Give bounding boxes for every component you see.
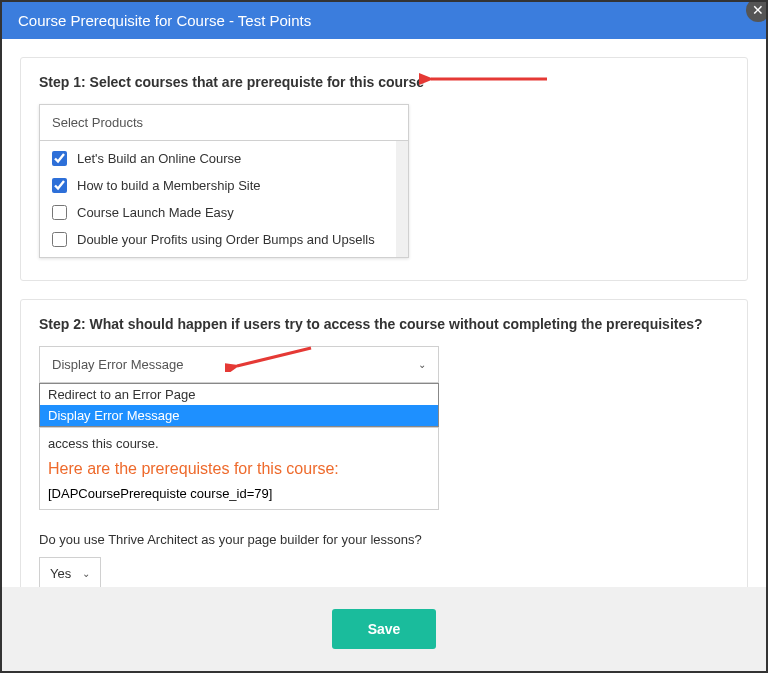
thrive-question: Do you use Thrive Architect as your page… xyxy=(39,532,729,547)
shortcode-text: [DAPCoursePrerequiste course_id=79] xyxy=(48,486,430,501)
step2-title: Step 2: What should happen if users try … xyxy=(39,316,729,332)
product-label: How to build a Membership Site xyxy=(77,178,261,193)
step1-title: Step 1: Select courses that are prerequi… xyxy=(39,74,729,90)
scrollbar[interactable] xyxy=(396,141,408,257)
chevron-down-icon: ⌄ xyxy=(418,359,426,370)
close-button[interactable]: ✕ xyxy=(746,0,768,22)
product-row[interactable]: Course Launch Made Easy xyxy=(40,199,396,226)
products-list[interactable]: Let's Build an Online Course How to buil… xyxy=(40,141,396,257)
error-message-partial: access this course. xyxy=(48,434,430,454)
product-checkbox[interactable] xyxy=(52,151,67,166)
step1-box: Step 1: Select courses that are prerequi… xyxy=(20,57,748,281)
error-message-box: access this course. Here are the prerequ… xyxy=(39,427,439,510)
modal-footer: Save xyxy=(2,587,766,671)
step2-box: Step 2: What should happen if users try … xyxy=(20,299,748,613)
dropdown-option[interactable]: Display Error Message xyxy=(40,405,438,426)
action-select-value: Display Error Message xyxy=(52,357,184,372)
modal-body: Step 1: Select courses that are prerequi… xyxy=(2,39,766,649)
modal-title: Course Prerequisite for Course - Test Po… xyxy=(18,12,311,29)
products-header: Select Products xyxy=(40,105,408,141)
thrive-select[interactable]: Yes ⌄ xyxy=(39,557,101,590)
product-row[interactable]: Double your Profits using Order Bumps an… xyxy=(40,226,396,253)
action-select-wrapper: Display Error Message ⌄ Redirect to an E… xyxy=(39,346,439,383)
products-selector: Select Products Let's Build an Online Co… xyxy=(39,104,409,258)
dropdown-option[interactable]: Redirect to an Error Page xyxy=(40,384,438,405)
svg-line-3 xyxy=(237,348,311,366)
product-row[interactable]: Let's Build an Online Course xyxy=(40,145,396,172)
modal-header: Course Prerequisite for Course - Test Po… xyxy=(2,2,766,39)
thrive-select-value: Yes xyxy=(50,566,71,581)
product-label: Let's Build an Online Course xyxy=(77,151,241,166)
chevron-down-icon: ⌄ xyxy=(82,568,90,579)
save-button[interactable]: Save xyxy=(332,609,437,649)
product-row[interactable]: How to build a Membership Site xyxy=(40,172,396,199)
product-checkbox[interactable] xyxy=(52,232,67,247)
arrow-annotation-icon xyxy=(225,344,315,372)
product-checkbox[interactable] xyxy=(52,178,67,193)
close-icon: ✕ xyxy=(752,2,764,18)
arrow-annotation-icon xyxy=(419,68,549,88)
product-label: Double your Profits using Order Bumps an… xyxy=(77,232,375,247)
prereq-heading: Here are the prerequistes for this cours… xyxy=(48,460,430,478)
action-dropdown: Redirect to an Error Page Display Error … xyxy=(39,383,439,427)
product-checkbox[interactable] xyxy=(52,205,67,220)
product-label: Course Launch Made Easy xyxy=(77,205,234,220)
